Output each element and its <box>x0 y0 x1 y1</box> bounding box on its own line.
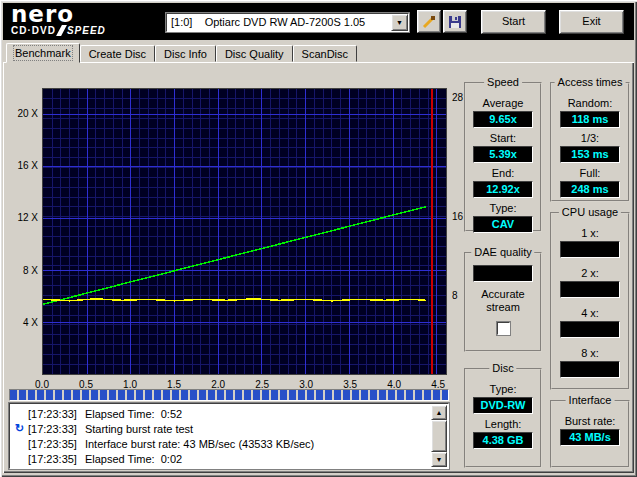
chart-canvas <box>43 89 446 374</box>
end-value: 12.92x <box>473 181 533 198</box>
interface-panel: Interface Burst rate: 43 MB/s <box>550 400 630 468</box>
cpu-1x-value <box>560 241 620 258</box>
burst-rate-value: 43 MB/s <box>560 429 620 446</box>
start-value: 5.39x <box>473 146 533 163</box>
progress-bar <box>9 389 449 401</box>
cpu-1x-label: 1 x: <box>552 227 628 240</box>
left-axis-tick: 4 X <box>10 317 38 328</box>
log-entry[interactable]: [17:23:35] Elapsed Time: 0:02 <box>11 451 431 466</box>
cd-dvd-logo-text: CD·DVD <box>11 25 56 36</box>
one-third-value: 153 ms <box>560 146 620 163</box>
right-axis-tick: 16 <box>452 211 463 222</box>
accurate-stream-checkbox[interactable] <box>497 322 510 335</box>
save-button[interactable] <box>443 10 467 33</box>
cpu-usage-panel-title: CPU usage <box>559 206 621 218</box>
cpu-4x-label: 4 x: <box>552 307 628 320</box>
disc-length-value: 4.38 GB <box>473 432 533 449</box>
left-axis-tick: 16 X <box>10 160 38 171</box>
busy-icon <box>11 422 28 435</box>
cpu-8x-value <box>560 361 620 378</box>
cpu-2x-label: 2 x: <box>552 267 628 280</box>
access-times-panel: Access times Random: 118 ms 1/3: 153 ms … <box>550 82 630 202</box>
tool-button[interactable] <box>417 10 441 33</box>
accurate-stream-label: Accurate stream <box>466 288 540 314</box>
drive-select[interactable]: [1:0] Optiarc DVD RW AD-7200S 1.05 ▼ <box>166 13 409 32</box>
burst-rate-label: Burst rate: <box>552 415 628 428</box>
wand-icon <box>421 14 437 30</box>
tab-bar: Benchmark Create Disc Disc Info Disc Qua… <box>6 43 357 62</box>
chart-plot-area <box>42 88 447 375</box>
cpu-4x-value <box>560 321 620 338</box>
right-axis-tick: 8 <box>452 290 458 301</box>
log-entry[interactable]: [17:23:35] Interface burst rate: 43 MB/s… <box>11 436 431 451</box>
read-speed-line <box>43 207 426 305</box>
speed-panel: Speed Average 9.65x Start: 5.39x End: 12… <box>464 82 542 232</box>
log-entry[interactable]: [17:23:33] Starting burst rate test <box>11 421 431 436</box>
scroll-up-button[interactable]: ▲ <box>431 405 447 420</box>
average-label: Average <box>466 97 540 110</box>
tab-benchmark[interactable]: Benchmark <box>6 43 80 63</box>
disc-panel: Disc Type: DVD-RW Length: 4.38 GB <box>464 368 542 468</box>
scrollbar-thumb[interactable] <box>431 420 447 452</box>
full-label: Full: <box>552 167 628 180</box>
left-axis-tick: 8 X <box>10 265 38 276</box>
tab-scandisc[interactable]: ScanDisc <box>293 45 357 62</box>
access-times-panel-title: Access times <box>555 76 626 88</box>
speed-panel-title: Speed <box>484 76 522 88</box>
cpu-8x-label: 8 x: <box>552 347 628 360</box>
start-button[interactable]: Start <box>481 10 546 34</box>
type-label: Type: <box>466 202 540 215</box>
dae-quality-value <box>473 265 533 282</box>
cpu-2x-value <box>560 281 620 298</box>
log-scrollbar[interactable]: ▲ ▼ <box>431 405 447 467</box>
tab-disc-quality[interactable]: Disc Quality <box>216 45 293 62</box>
save-icon <box>447 14 463 30</box>
chevron-down-icon[interactable]: ▼ <box>391 14 408 31</box>
disc-panel-title: Disc <box>489 362 516 374</box>
log-entry[interactable]: [17:23:33] Elapsed Time: 0:52 <box>11 406 431 421</box>
scroll-down-button[interactable]: ▼ <box>431 452 447 467</box>
random-value: 118 ms <box>560 111 620 128</box>
nero-cd-dvd-speed-window: nero CD·DVD SPEED [1:0] Optiarc DVD RW A… <box>0 0 637 477</box>
benchmark-chart: 0.00.51.01.52.02.53.03.54.04.54 X8 X12 X… <box>8 74 463 390</box>
disc-type-label: Type: <box>466 383 540 396</box>
status-log: [17:23:33] Elapsed Time: 0:52 [17:23:33]… <box>9 403 449 469</box>
progress-fill <box>10 390 448 400</box>
dae-quality-panel: DAE quality Accurate stream <box>464 252 542 352</box>
one-third-label: 1/3: <box>552 132 628 145</box>
exit-button[interactable]: Exit <box>559 10 624 34</box>
disc-type-value: DVD-RW <box>473 397 533 414</box>
average-value: 9.65x <box>473 111 533 128</box>
end-label: End: <box>466 167 540 180</box>
type-value: CAV <box>473 216 533 233</box>
speed-logo-text: SPEED <box>67 25 106 36</box>
left-axis-tick: 20 X <box>10 108 38 119</box>
header-bar: nero CD·DVD SPEED [1:0] Optiarc DVD RW A… <box>3 3 634 40</box>
random-label: Random: <box>552 97 628 110</box>
start-label: Start: <box>466 132 540 145</box>
tab-disc-info[interactable]: Disc Info <box>155 45 216 62</box>
left-axis-tick: 12 X <box>10 212 38 223</box>
rotation-speed-line <box>43 299 426 301</box>
dae-quality-panel-title: DAE quality <box>471 246 534 258</box>
nero-logo-text: nero <box>11 3 106 25</box>
disc-length-label: Length: <box>466 418 540 431</box>
cpu-usage-panel: CPU usage 1 x: 2 x: 4 x: 8 x: <box>550 212 630 390</box>
tab-create-disc[interactable]: Create Disc <box>80 45 155 62</box>
nero-logo: nero CD·DVD SPEED <box>11 3 106 36</box>
interface-panel-title: Interface <box>566 394 615 406</box>
full-value: 248 ms <box>560 181 620 198</box>
drive-select-value: [1:0] Optiarc DVD RW AD-7200S 1.05 <box>167 14 389 31</box>
right-axis-tick: 28 <box>452 92 463 103</box>
